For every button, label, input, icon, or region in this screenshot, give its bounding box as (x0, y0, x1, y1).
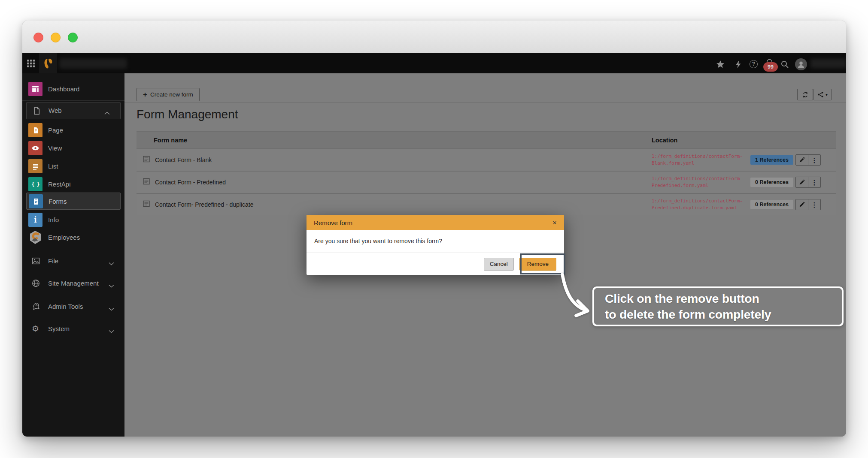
sidebar-item-restapi[interactable]: { } RestApi (22, 175, 124, 193)
globe-icon (32, 279, 40, 287)
sidebar-group-web[interactable]: Web (26, 102, 121, 119)
callout-line-2: to delete the form completely (605, 307, 842, 322)
close-icon[interactable]: × (552, 219, 557, 226)
plus-icon: + (143, 91, 147, 98)
sidebar-item-label: Info (48, 211, 59, 229)
minimize-window-button[interactable] (51, 33, 61, 42)
forms-table: Form name Location Contact Form - Blank … (137, 131, 836, 215)
callout-line-1: Click on the remove button (605, 291, 842, 307)
sidebar-item-view[interactable]: View (22, 139, 124, 157)
user-avatar[interactable] (795, 58, 807, 70)
sidebar-item-page[interactable]: Page (22, 121, 124, 139)
info-icon: i (28, 213, 42, 227)
form-name: Contact Form - Blank (155, 157, 212, 163)
sidebar-item-dashboard[interactable]: Dashboard (22, 80, 124, 98)
chevron-down-icon (109, 327, 114, 331)
caret-down-icon: ▾ (826, 93, 828, 97)
sidebar-item-label: Page (48, 121, 63, 139)
sidebar-group-label: System (48, 319, 70, 339)
sidebar-group-site-management[interactable]: Site Management (22, 274, 124, 293)
macos-titlebar (22, 21, 846, 53)
table-row: Contact Form - Predefined 1:/form_defini… (137, 171, 836, 193)
form-icon (143, 156, 150, 165)
sidebar-group-admin-tools[interactable]: Admin Tools (22, 297, 124, 316)
image-icon (32, 257, 40, 265)
form-icon (143, 200, 150, 209)
sidebar-group-label: Admin Tools (48, 297, 83, 316)
modal-header: Remove form × (307, 215, 564, 230)
chevron-down-icon (109, 282, 114, 285)
chevron-down-icon (109, 305, 114, 308)
sidebar-item-label: Employees (48, 229, 80, 247)
chevron-down-icon (109, 259, 114, 263)
typo3-logo[interactable] (39, 53, 57, 73)
kebab-icon: ⋮ (811, 202, 818, 208)
sidebar-item-label: List (48, 157, 58, 175)
edit-form-button[interactable] (795, 177, 808, 188)
refresh-button[interactable] (797, 89, 813, 100)
column-header-form-name: Form name (137, 137, 619, 144)
form-location-link[interactable]: 1:/form_definitions/contactForm-Predefin… (652, 198, 747, 211)
edit-form-button[interactable] (795, 199, 808, 210)
sidebar-item-list[interactable]: List (22, 157, 124, 175)
form-icon (143, 178, 150, 187)
sidebar-separator (22, 100, 124, 101)
table-row: Contact Form - Blank 1:/form_definitions… (137, 148, 836, 171)
more-actions-button[interactable]: ⋮ (808, 177, 821, 188)
bookmarks-star-icon[interactable] (716, 60, 725, 69)
modal-title: Remove form (314, 219, 552, 226)
cancel-button[interactable]: Cancel (484, 258, 514, 271)
close-window-button[interactable] (33, 33, 43, 42)
remove-button-highlight (520, 253, 565, 274)
sidebar-group-label: Web (49, 102, 62, 119)
web-document-icon (33, 107, 41, 115)
sidebar-item-info[interactable]: i Info (22, 211, 124, 229)
sidebar-item-label: RestApi (48, 175, 71, 193)
edit-form-button[interactable] (795, 154, 808, 166)
forms-icon (29, 194, 43, 208)
form-location-link[interactable]: 1:/form_definitions/contactForm-Predefin… (652, 175, 747, 189)
kebab-icon: ⋮ (811, 179, 818, 186)
clear-cache-bolt-icon[interactable] (734, 60, 743, 69)
form-location-link[interactable]: 1:/form_definitions/contactForm-Blank.fo… (652, 153, 747, 167)
sidebar-item-label: Forms (49, 193, 67, 210)
braces-icon: { } (28, 177, 42, 191)
redacted-sitename (59, 58, 127, 69)
more-actions-button[interactable]: ⋮ (808, 199, 821, 210)
sidebar-item-employees[interactable]: Employees (22, 229, 124, 247)
gear-icon: ⚙ (32, 325, 40, 333)
references-badge: 1 References (750, 155, 793, 165)
more-actions-button[interactable]: ⋮ (808, 154, 821, 166)
app-window: ? 99 (22, 21, 846, 437)
zoom-window-button[interactable] (68, 33, 78, 42)
share-button[interactable]: ▾ (813, 89, 832, 100)
topbar: ? 99 (22, 53, 846, 73)
chevron-up-icon (104, 109, 110, 112)
page-icon (28, 123, 42, 137)
notification-count-badge: 99 (763, 62, 778, 72)
sidebar-item-label: View (48, 139, 62, 157)
form-name: Contact Form- Predefined - duplicate (155, 201, 254, 208)
page-title: Form Management (137, 108, 238, 121)
column-header-location: Location (619, 137, 748, 144)
form-name: Contact Form - Predefined (155, 179, 226, 186)
rocket-icon (32, 302, 40, 310)
search-icon[interactable] (780, 60, 789, 69)
docheader: + Create new form ▾ (124, 73, 846, 102)
references-badge: 0 References (750, 200, 793, 209)
redacted-username (810, 59, 846, 68)
eye-icon (28, 141, 42, 155)
sidebar-group-label: Site Management (48, 274, 99, 293)
help-icon[interactable]: ? (750, 60, 758, 68)
modal-message: Are you sure that you want to remove thi… (307, 230, 564, 253)
sidebar-item-forms-active[interactable]: Forms (26, 193, 121, 210)
sidebar-group-system[interactable]: ⚙ System (22, 319, 124, 339)
sidebar-group-label: File (48, 251, 58, 271)
modules-grid-icon[interactable] (27, 59, 35, 68)
create-new-form-button[interactable]: + Create new form (137, 88, 200, 101)
table-header: Form name Location (137, 131, 836, 148)
table-row: Contact Form- Predefined - duplicate 1:/… (137, 193, 836, 215)
sidebar-item-label: Dashboard (48, 80, 79, 98)
sidebar-group-file[interactable]: File (22, 251, 124, 271)
instruction-callout: Click on the remove button to delete the… (592, 286, 844, 326)
